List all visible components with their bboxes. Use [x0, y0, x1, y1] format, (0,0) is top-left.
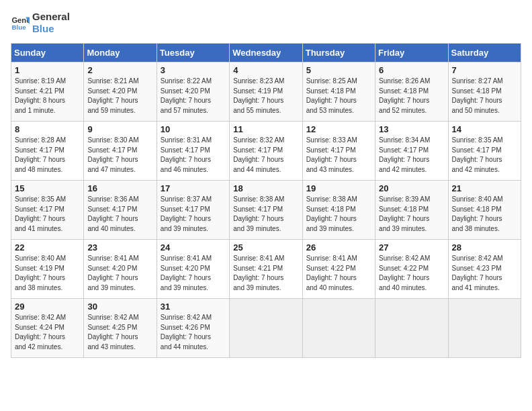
- calendar-cell: 8Sunrise: 8:28 AMSunset: 4:17 PMDaylight…: [11, 122, 84, 181]
- calendar-cell: [448, 299, 521, 358]
- day-number: 23: [87, 242, 152, 253]
- calendar-cell: 31Sunrise: 8:42 AMSunset: 4:26 PMDayligh…: [157, 299, 229, 358]
- day-number: 5: [306, 65, 371, 75]
- calendar-cell: 26Sunrise: 8:41 AMSunset: 4:22 PMDayligh…: [302, 240, 375, 299]
- day-number: 3: [161, 65, 226, 75]
- day-info: Sunrise: 8:31 AMSunset: 4:17 PMDaylight:…: [161, 136, 226, 175]
- calendar-cell: 12Sunrise: 8:33 AMSunset: 4:17 PMDayligh…: [302, 122, 375, 181]
- day-info: Sunrise: 8:41 AMSunset: 4:20 PMDaylight:…: [161, 254, 226, 293]
- calendar-week-3: 15Sunrise: 8:35 AMSunset: 4:17 PMDayligh…: [11, 181, 521, 240]
- page-header: General Blue General Blue: [11, 11, 521, 35]
- calendar-week-5: 29Sunrise: 8:42 AMSunset: 4:24 PMDayligh…: [11, 299, 521, 358]
- calendar-cell: 14Sunrise: 8:35 AMSunset: 4:17 PMDayligh…: [448, 122, 521, 181]
- calendar-cell: 11Sunrise: 8:32 AMSunset: 4:17 PMDayligh…: [230, 122, 302, 181]
- calendar-cell: 22Sunrise: 8:40 AMSunset: 4:19 PMDayligh…: [11, 240, 84, 299]
- calendar-cell: 1Sunrise: 8:19 AMSunset: 4:21 PMDaylight…: [11, 62, 84, 122]
- day-info: Sunrise: 8:28 AMSunset: 4:17 PMDaylight:…: [15, 136, 80, 175]
- day-number: 4: [233, 65, 298, 75]
- day-number: 10: [161, 124, 226, 134]
- day-info: Sunrise: 8:42 AMSunset: 4:23 PMDaylight:…: [452, 254, 517, 293]
- day-number: 16: [87, 183, 152, 193]
- day-info: Sunrise: 8:40 AMSunset: 4:18 PMDaylight:…: [452, 195, 517, 234]
- logo-text-blue: Blue: [32, 23, 70, 35]
- day-info: Sunrise: 8:41 AMSunset: 4:21 PMDaylight:…: [233, 254, 298, 293]
- day-number: 29: [15, 302, 80, 312]
- weekday-header-friday: Friday: [375, 44, 448, 62]
- day-info: Sunrise: 8:42 AMSunset: 4:22 PMDaylight:…: [379, 254, 444, 293]
- weekday-header-tuesday: Tuesday: [157, 44, 229, 62]
- calendar-cell: 24Sunrise: 8:41 AMSunset: 4:20 PMDayligh…: [157, 240, 229, 299]
- calendar-cell: 5Sunrise: 8:25 AMSunset: 4:18 PMDaylight…: [302, 62, 375, 122]
- day-number: 11: [233, 124, 298, 134]
- weekday-header-saturday: Saturday: [448, 44, 521, 62]
- day-info: Sunrise: 8:42 AMSunset: 4:24 PMDaylight:…: [15, 313, 80, 352]
- calendar-cell: [302, 299, 375, 358]
- day-info: Sunrise: 8:27 AMSunset: 4:18 PMDaylight:…: [452, 77, 517, 116]
- calendar-cell: 20Sunrise: 8:39 AMSunset: 4:18 PMDayligh…: [375, 181, 448, 240]
- day-info: Sunrise: 8:41 AMSunset: 4:20 PMDaylight:…: [87, 254, 152, 293]
- day-number: 27: [379, 242, 444, 253]
- day-number: 25: [233, 242, 298, 253]
- calendar-week-4: 22Sunrise: 8:40 AMSunset: 4:19 PMDayligh…: [11, 240, 521, 299]
- day-number: 22: [15, 242, 80, 253]
- calendar-cell: 25Sunrise: 8:41 AMSunset: 4:21 PMDayligh…: [230, 240, 302, 299]
- logo-text-general: General: [32, 11, 70, 23]
- day-number: 18: [233, 183, 298, 193]
- day-number: 6: [379, 65, 444, 75]
- calendar-header-row: SundayMondayTuesdayWednesdayThursdayFrid…: [11, 44, 521, 62]
- day-info: Sunrise: 8:33 AMSunset: 4:17 PMDaylight:…: [306, 136, 371, 175]
- day-info: Sunrise: 8:35 AMSunset: 4:17 PMDaylight:…: [15, 195, 80, 234]
- day-info: Sunrise: 8:32 AMSunset: 4:17 PMDaylight:…: [233, 136, 298, 175]
- day-info: Sunrise: 8:22 AMSunset: 4:20 PMDaylight:…: [161, 77, 226, 116]
- day-info: Sunrise: 8:25 AMSunset: 4:18 PMDaylight:…: [306, 77, 371, 116]
- day-number: 15: [15, 183, 80, 193]
- weekday-header-wednesday: Wednesday: [230, 44, 302, 62]
- calendar-cell: 2Sunrise: 8:21 AMSunset: 4:20 PMDaylight…: [84, 62, 157, 122]
- day-number: 7: [452, 65, 517, 75]
- calendar-cell: 28Sunrise: 8:42 AMSunset: 4:23 PMDayligh…: [448, 240, 521, 299]
- calendar-cell: 3Sunrise: 8:22 AMSunset: 4:20 PMDaylight…: [157, 62, 229, 122]
- calendar-cell: 16Sunrise: 8:36 AMSunset: 4:17 PMDayligh…: [84, 181, 157, 240]
- calendar-cell: 27Sunrise: 8:42 AMSunset: 4:22 PMDayligh…: [375, 240, 448, 299]
- calendar-cell: 18Sunrise: 8:38 AMSunset: 4:17 PMDayligh…: [230, 181, 302, 240]
- day-info: Sunrise: 8:39 AMSunset: 4:18 PMDaylight:…: [379, 195, 444, 234]
- calendar-cell: 7Sunrise: 8:27 AMSunset: 4:18 PMDaylight…: [448, 62, 521, 122]
- logo-icon: General Blue: [11, 13, 30, 32]
- calendar-cell: 15Sunrise: 8:35 AMSunset: 4:17 PMDayligh…: [11, 181, 84, 240]
- calendar-cell: 9Sunrise: 8:30 AMSunset: 4:17 PMDaylight…: [84, 122, 157, 181]
- weekday-header-sunday: Sunday: [11, 44, 84, 62]
- calendar-cell: 19Sunrise: 8:38 AMSunset: 4:18 PMDayligh…: [302, 181, 375, 240]
- calendar-cell: [230, 299, 302, 358]
- day-number: 12: [306, 124, 371, 134]
- logo: General Blue General Blue: [11, 11, 70, 35]
- day-number: 13: [379, 124, 444, 134]
- day-number: 14: [452, 124, 517, 134]
- day-info: Sunrise: 8:19 AMSunset: 4:21 PMDaylight:…: [15, 77, 80, 116]
- day-number: 31: [161, 302, 226, 312]
- day-number: 20: [379, 183, 444, 193]
- day-info: Sunrise: 8:40 AMSunset: 4:19 PMDaylight:…: [15, 254, 80, 293]
- day-info: Sunrise: 8:21 AMSunset: 4:20 PMDaylight:…: [87, 77, 152, 116]
- day-number: 2: [87, 65, 152, 75]
- calendar-table: SundayMondayTuesdayWednesdayThursdayFrid…: [11, 43, 521, 358]
- day-info: Sunrise: 8:42 AMSunset: 4:25 PMDaylight:…: [87, 313, 152, 352]
- day-info: Sunrise: 8:38 AMSunset: 4:17 PMDaylight:…: [233, 195, 298, 234]
- calendar-cell: 6Sunrise: 8:26 AMSunset: 4:18 PMDaylight…: [375, 62, 448, 122]
- calendar-cell: 21Sunrise: 8:40 AMSunset: 4:18 PMDayligh…: [448, 181, 521, 240]
- day-number: 19: [306, 183, 371, 193]
- calendar-cell: 23Sunrise: 8:41 AMSunset: 4:20 PMDayligh…: [84, 240, 157, 299]
- day-info: Sunrise: 8:23 AMSunset: 4:19 PMDaylight:…: [233, 77, 298, 116]
- day-info: Sunrise: 8:35 AMSunset: 4:17 PMDaylight:…: [452, 136, 517, 175]
- weekday-header-thursday: Thursday: [302, 44, 375, 62]
- day-info: Sunrise: 8:36 AMSunset: 4:17 PMDaylight:…: [87, 195, 152, 234]
- calendar-cell: 29Sunrise: 8:42 AMSunset: 4:24 PMDayligh…: [11, 299, 84, 358]
- day-number: 24: [161, 242, 226, 253]
- calendar-week-2: 8Sunrise: 8:28 AMSunset: 4:17 PMDaylight…: [11, 122, 521, 181]
- day-number: 1: [15, 65, 80, 75]
- day-number: 28: [452, 242, 517, 253]
- day-number: 30: [87, 302, 152, 312]
- day-number: 9: [87, 124, 152, 134]
- day-info: Sunrise: 8:38 AMSunset: 4:18 PMDaylight:…: [306, 195, 371, 234]
- day-number: 17: [161, 183, 226, 193]
- calendar-cell: [375, 299, 448, 358]
